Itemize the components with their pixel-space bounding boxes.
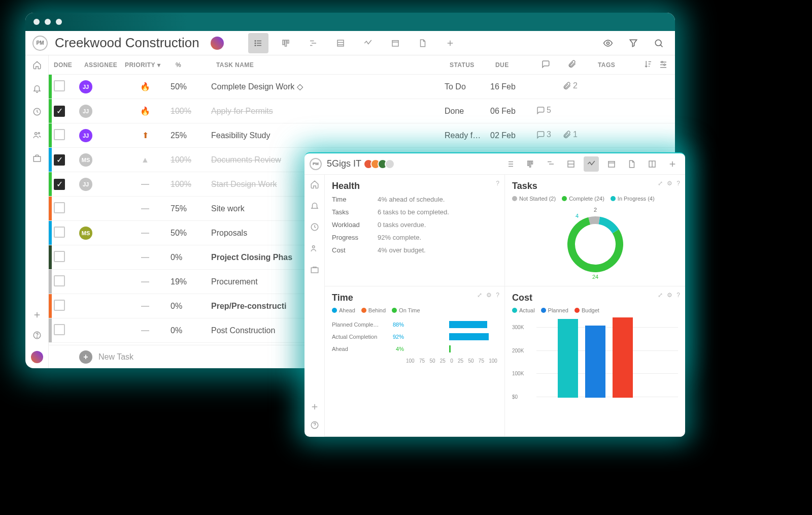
task-row[interactable]: ✓ JJ 🔥 100% Apply for Permits Done 06 Fe… [49,99,675,123]
due-cell[interactable]: 06 Feb [490,107,536,116]
expand-icon[interactable]: ⤢ [477,292,482,299]
nav-help-icon[interactable] [310,421,319,432]
status-cell[interactable]: To Do [445,82,490,91]
help-icon[interactable]: ? [676,292,680,299]
app-logo[interactable]: PM [32,36,48,51]
task-name[interactable]: Apply for Permits [211,107,445,116]
col-settings-icon[interactable] [659,59,674,70]
col-name[interactable]: TASK NAME [216,61,450,69]
traffic-light-max[interactable] [56,19,62,25]
view-table-button[interactable] [330,33,351,53]
task-name[interactable]: Feasibility Study [211,131,445,140]
view-dashboard-button[interactable] [358,33,378,53]
view-table-button[interactable] [563,156,579,172]
col-comments-icon[interactable] [541,59,567,70]
due-cell[interactable]: 02 Feb [490,131,536,140]
col-attach-icon[interactable] [567,59,598,70]
assignee-avatar[interactable]: JJ [79,129,92,142]
done-checkbox[interactable]: ✓ [54,106,65,117]
col-assignee[interactable]: ASSIGNEE [84,61,125,69]
traffic-light-min[interactable] [45,19,51,25]
app-logo[interactable]: PM [310,158,322,170]
done-checkbox[interactable]: ✓ [54,179,65,190]
view-board-button[interactable] [276,33,296,53]
nav-help-icon[interactable] [32,331,42,342]
gear-icon[interactable]: ⚙ [667,292,672,299]
done-checkbox[interactable] [54,300,65,311]
nav-people-icon[interactable] [32,131,42,142]
avatar[interactable] [385,159,395,169]
task-name[interactable]: Complete Design Work ◇ [211,82,445,91]
view-gantt-button[interactable] [543,156,558,172]
due-cell[interactable]: 16 Feb [490,82,536,91]
view-calendar-button[interactable] [385,33,405,53]
help-icon[interactable]: ? [496,180,499,187]
assignee-avatar[interactable]: JJ [79,80,92,93]
gear-icon[interactable]: ⚙ [486,292,492,299]
assignee-avatar[interactable]: JJ [79,105,92,118]
expand-icon[interactable]: ⤢ [658,292,663,299]
nav-portfolio-icon[interactable] [310,265,319,276]
view-files-button[interactable] [413,33,433,53]
assignee-avatar[interactable]: MS [79,153,92,167]
nav-portfolio-icon[interactable] [32,154,42,165]
assignee-avatar[interactable]: JJ [79,178,92,191]
task-row[interactable]: JJ ⬆ 25% Feasibility Study Ready f… 02 F… [49,123,675,148]
view-gantt-button[interactable] [303,33,323,53]
view-calendar-button[interactable] [604,156,619,172]
col-due[interactable]: DUE [495,61,541,69]
done-checkbox[interactable] [54,251,65,262]
add-view-button[interactable] [665,156,680,172]
done-checkbox[interactable] [54,275,65,286]
done-checkbox[interactable] [54,129,65,140]
view-split-button[interactable] [645,156,660,172]
status-cell[interactable]: Done [445,107,490,116]
traffic-light-close[interactable] [33,19,40,25]
view-list-button[interactable] [248,33,268,53]
help-icon[interactable]: ? [496,292,499,299]
view-dashboard-button[interactable] [584,156,599,172]
attachments-count[interactable]: 2 [562,81,578,90]
comments-count[interactable]: 5 [536,106,551,115]
nav-people-icon[interactable] [310,244,319,255]
watch-icon[interactable] [599,34,617,52]
col-sort-icon[interactable] [644,59,659,70]
add-task-icon[interactable]: + [79,350,92,364]
filter-icon[interactable] [624,34,642,52]
nav-recent-icon[interactable] [32,107,42,118]
front-avatars[interactable] [366,159,395,169]
nav-add-icon[interactable] [32,310,42,321]
view-files-button[interactable] [624,156,639,172]
help-icon[interactable]: ? [676,180,680,187]
nav-notifications-icon[interactable] [310,201,319,212]
col-priority[interactable]: PRIORITY▾ [125,61,176,69]
done-checkbox[interactable]: ✓ [54,154,65,166]
task-row[interactable]: JJ 🔥 50% Complete Design Work ◇ To Do 16… [49,75,675,99]
nav-user-avatar[interactable] [31,351,43,363]
expand-icon[interactable]: ⤢ [658,180,663,187]
assignee-avatar[interactable]: MS [79,227,92,240]
nav-add-icon[interactable] [310,402,319,413]
done-checkbox[interactable] [54,324,65,335]
project-avatar[interactable] [211,37,224,50]
nav-recent-icon[interactable] [310,222,319,234]
view-board-button[interactable] [523,156,538,172]
comments-count[interactable]: 3 [536,130,551,139]
col-done[interactable]: DONE [54,61,84,69]
nav-home-icon[interactable] [32,60,42,72]
view-list-button[interactable] [502,156,518,172]
done-checkbox[interactable] [54,227,65,238]
col-percent[interactable]: % [176,61,216,69]
done-checkbox[interactable] [54,202,65,213]
nav-home-icon[interactable] [310,180,319,191]
attachments-count[interactable]: 1 [562,130,578,139]
done-checkbox[interactable] [54,80,65,91]
col-tags[interactable]: TAGS [598,61,644,69]
health-value: 92% complete. [378,234,497,241]
nav-notifications-icon[interactable] [32,84,42,95]
search-icon[interactable] [650,34,668,52]
add-view-button[interactable] [440,33,460,53]
gear-icon[interactable]: ⚙ [667,180,672,187]
status-cell[interactable]: Ready f… [445,131,490,140]
col-status[interactable]: STATUS [450,61,495,69]
